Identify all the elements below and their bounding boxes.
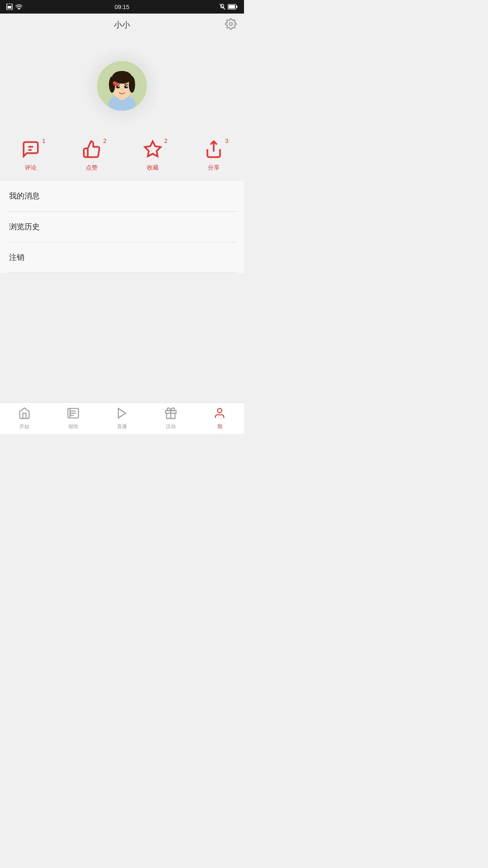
status-right-icons: [219, 4, 238, 10]
menu-history[interactable]: 浏览历史: [0, 212, 244, 242]
tab-me[interactable]: 我: [195, 407, 244, 430]
page-title: 小小: [114, 19, 130, 30]
svg-point-36: [217, 409, 221, 413]
like-icon: [82, 140, 101, 160]
stats-row: 1 评论 2 点赞 2: [0, 136, 244, 181]
collect-label: 收藏: [147, 164, 159, 172]
stat-share[interactable]: 3 分享: [202, 140, 225, 172]
tab-live[interactable]: 直播: [98, 407, 146, 430]
play-icon: [116, 407, 128, 421]
gear-icon: [225, 18, 237, 30]
settings-button[interactable]: [225, 18, 237, 32]
comment-badge: 1: [42, 137, 45, 144]
avatar[interactable]: [97, 61, 147, 111]
svg-marker-25: [145, 142, 160, 156]
tab-bar: 开始 报纸 直播: [0, 402, 244, 434]
menu-logout-label: 注销: [9, 252, 24, 263]
svg-rect-6: [236, 6, 238, 8]
share-label: 分享: [208, 164, 220, 172]
svg-point-7: [230, 23, 233, 26]
tab-newspaper-label: 报纸: [68, 423, 78, 430]
stat-comment[interactable]: 1 评论: [19, 140, 42, 172]
collect-icon-wrap: 2: [141, 140, 164, 160]
menu-history-label: 浏览历史: [9, 222, 40, 232]
header: 小小: [0, 14, 244, 36]
avatar-image: [97, 61, 147, 111]
collect-icon: [143, 140, 162, 160]
menu-logout[interactable]: 注销: [0, 242, 244, 273]
svg-marker-33: [118, 409, 126, 418]
tab-start[interactable]: 开始: [0, 407, 49, 430]
menu-section: 我的消息 浏览历史 注销: [0, 181, 244, 273]
gift-icon: [164, 407, 177, 421]
menu-messages-label: 我的消息: [9, 191, 40, 201]
like-icon-wrap: 2: [80, 140, 103, 160]
comment-label: 评论: [25, 164, 37, 172]
wifi-icon: [15, 4, 23, 9]
svg-rect-5: [229, 5, 235, 9]
svg-point-22: [113, 81, 116, 84]
svg-rect-1: [8, 6, 11, 9]
comment-icon-wrap: 1: [19, 140, 42, 160]
share-icon-wrap: 3: [202, 140, 225, 160]
stat-like[interactable]: 2 点赞: [80, 140, 103, 172]
svg-point-16: [116, 85, 120, 89]
tab-live-label: 直播: [117, 423, 127, 430]
tab-start-label: 开始: [19, 423, 29, 430]
status-time: 09:15: [115, 4, 130, 10]
share-badge: 3: [225, 137, 228, 144]
svg-point-20: [121, 90, 123, 91]
tab-newspaper[interactable]: 报纸: [49, 407, 98, 430]
person-icon: [213, 407, 226, 421]
battery-icon: [228, 4, 238, 9]
sim-icon: [6, 4, 13, 10]
svg-point-19: [126, 86, 127, 87]
like-label: 点赞: [86, 164, 98, 172]
svg-point-17: [124, 85, 128, 89]
status-bar: 09:15: [0, 0, 244, 14]
tab-activity[interactable]: 活动: [146, 407, 195, 430]
stat-collect[interactable]: 2 收藏: [141, 140, 164, 172]
bell-muted-icon: [219, 4, 225, 10]
like-badge: 2: [103, 137, 106, 144]
home-icon: [18, 407, 31, 421]
content-spacer: [0, 273, 244, 402]
svg-line-3: [220, 4, 225, 9]
svg-point-18: [118, 86, 119, 87]
menu-messages[interactable]: 我的消息: [0, 181, 244, 211]
newspaper-icon: [67, 407, 80, 421]
share-icon: [204, 140, 223, 160]
tab-activity-label: 活动: [166, 423, 176, 430]
comment-icon: [21, 140, 40, 160]
profile-section: [0, 36, 244, 136]
tab-me-label: 我: [217, 423, 222, 430]
status-left-icons: [6, 4, 23, 10]
collect-badge: 2: [164, 137, 167, 144]
svg-point-15: [129, 75, 133, 83]
svg-point-2: [19, 9, 19, 9]
